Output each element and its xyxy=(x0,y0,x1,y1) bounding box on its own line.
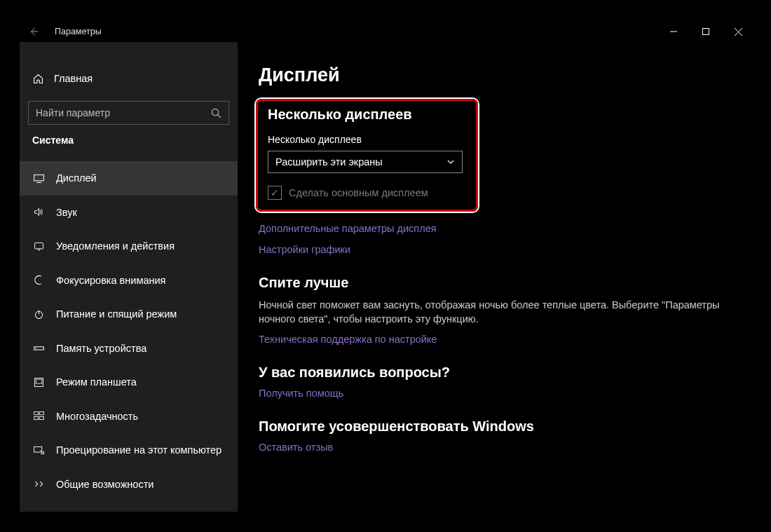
multiple-displays-section: Несколько дисплеев Несколько дисплеев Ра… xyxy=(256,99,478,212)
nav-label: Фокусировка внимания xyxy=(56,275,165,286)
window-title: Параметры xyxy=(55,27,102,36)
home-icon xyxy=(32,73,44,85)
feedback-section: Помогите усовершенствовать Windows Остав… xyxy=(259,418,735,453)
svg-rect-6 xyxy=(34,175,43,181)
nav-item-tablet[interactable]: Режим планшета xyxy=(20,365,238,400)
questions-section: У вас появились вопросы? Получить помощь xyxy=(259,364,735,399)
multiple-displays-dropdown[interactable]: Расширить эти экраны xyxy=(268,151,463,173)
get-help-link[interactable]: Получить помощь xyxy=(259,388,735,399)
focus-icon xyxy=(32,274,45,287)
nav-label: Общие возможности xyxy=(56,479,153,490)
page-title: Дисплей xyxy=(259,64,735,86)
home-label: Главная xyxy=(54,73,93,84)
svg-point-4 xyxy=(212,109,218,115)
sleep-better-section: Спите лучше Ночной свет поможет вам засн… xyxy=(259,275,735,345)
nav-item-power[interactable]: Питание и спящий режим xyxy=(20,297,238,332)
minimize-button[interactable] xyxy=(657,21,690,42)
power-icon xyxy=(32,308,45,320)
feedback-link[interactable]: Оставить отзыв xyxy=(259,442,735,453)
home-button[interactable]: Главная xyxy=(20,64,238,93)
section-heading: Помогите усовершенствовать Windows xyxy=(259,418,735,435)
nav-item-storage[interactable]: Память устройства xyxy=(20,332,238,366)
checkbox-icon: ✓ xyxy=(268,186,282,200)
tech-support-link[interactable]: Техническая поддержка по настройке xyxy=(259,334,735,345)
close-button[interactable] xyxy=(722,21,754,42)
nav-label: Память устройства xyxy=(56,343,146,354)
nav-label: Питание и спящий режим xyxy=(56,308,177,320)
svg-line-5 xyxy=(218,114,221,117)
nav-item-display[interactable]: Дисплей xyxy=(20,161,238,196)
nav-label: Проецирование на этот компьютер xyxy=(56,444,221,456)
nav-item-sound[interactable]: Звук xyxy=(20,196,238,230)
svg-rect-17 xyxy=(34,417,38,420)
window-controls xyxy=(657,21,754,42)
nav: Дисплей Звук Уведомления и действия Фоку… xyxy=(20,161,238,501)
svg-rect-14 xyxy=(36,379,42,383)
main-content: Дисплей Несколько дисплеев Несколько дис… xyxy=(238,42,754,512)
nav-label: Дисплей xyxy=(56,172,97,184)
maximize-button[interactable] xyxy=(690,21,722,42)
nav-label: Уведомления и действия xyxy=(56,240,175,252)
multitask-icon xyxy=(32,410,45,423)
tablet-icon xyxy=(32,376,45,388)
section-heading: У вас появились вопросы? xyxy=(259,364,735,381)
svg-rect-1 xyxy=(703,29,709,35)
search-box[interactable] xyxy=(28,101,229,125)
storage-icon xyxy=(32,342,45,355)
svg-rect-16 xyxy=(39,412,43,415)
back-button[interactable] xyxy=(20,21,48,42)
notifications-icon xyxy=(32,240,45,252)
nav-label: Режим планшета xyxy=(56,376,137,388)
settings-window: Параметры Главная Система xyxy=(20,21,754,512)
nav-item-shared[interactable]: Общие возможности xyxy=(20,468,238,502)
shared-icon xyxy=(32,478,45,491)
titlebar: Параметры xyxy=(20,21,754,42)
field-label: Несколько дисплеев xyxy=(268,134,463,145)
display-icon xyxy=(32,172,45,184)
checkbox-label: Сделать основным дисплеем xyxy=(289,187,428,198)
nav-label: Звук xyxy=(56,207,77,218)
svg-rect-8 xyxy=(34,243,43,249)
section-heading: Несколько дисплеев xyxy=(268,107,463,123)
section-desc: Ночной свет поможет вам заснуть, отображ… xyxy=(259,298,728,327)
search-icon xyxy=(211,108,221,118)
advanced-display-link[interactable]: Дополнительные параметры дисплея xyxy=(259,223,735,234)
nav-item-notifications[interactable]: Уведомления и действия xyxy=(20,229,238,264)
nav-item-focus[interactable]: Фокусировка внимания xyxy=(20,264,238,298)
graphics-settings-link[interactable]: Настройки графики xyxy=(259,244,735,255)
projecting-icon xyxy=(32,444,45,456)
search-input[interactable] xyxy=(36,107,211,118)
svg-rect-15 xyxy=(34,412,38,415)
primary-display-checkbox: ✓ Сделать основным дисплеем xyxy=(268,186,463,200)
nav-label: Многозадачность xyxy=(56,411,138,422)
section-heading: Спите лучше xyxy=(259,275,735,291)
dropdown-value: Расширить эти экраны xyxy=(275,156,383,168)
sound-icon xyxy=(32,206,45,219)
svg-point-12 xyxy=(35,348,36,348)
svg-rect-18 xyxy=(39,417,43,420)
sidebar: Главная Система Дисплей Звук xyxy=(20,42,238,512)
nav-item-multitask[interactable]: Многозадачность xyxy=(20,400,238,434)
chevron-down-icon xyxy=(446,158,455,166)
nav-item-projecting[interactable]: Проецирование на этот компьютер xyxy=(20,433,238,468)
section-label: Система xyxy=(20,135,238,146)
